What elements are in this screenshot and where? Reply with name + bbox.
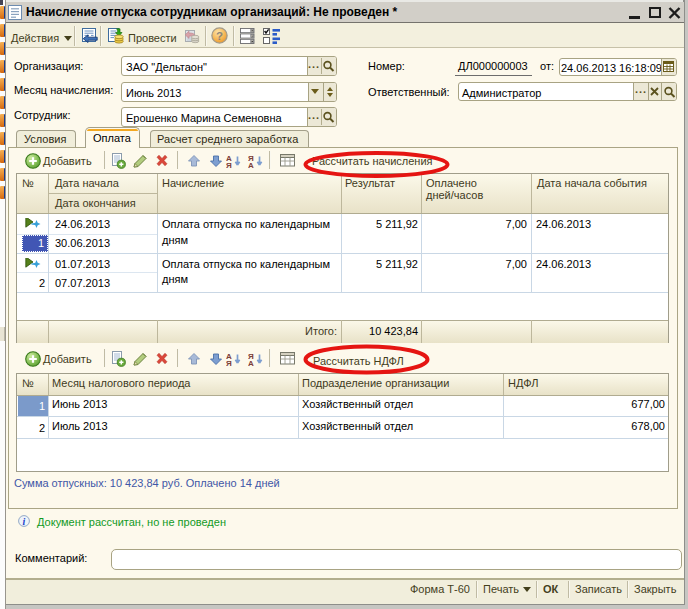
svg-text:?: ? xyxy=(216,30,223,42)
svg-text:i: i xyxy=(23,516,26,527)
